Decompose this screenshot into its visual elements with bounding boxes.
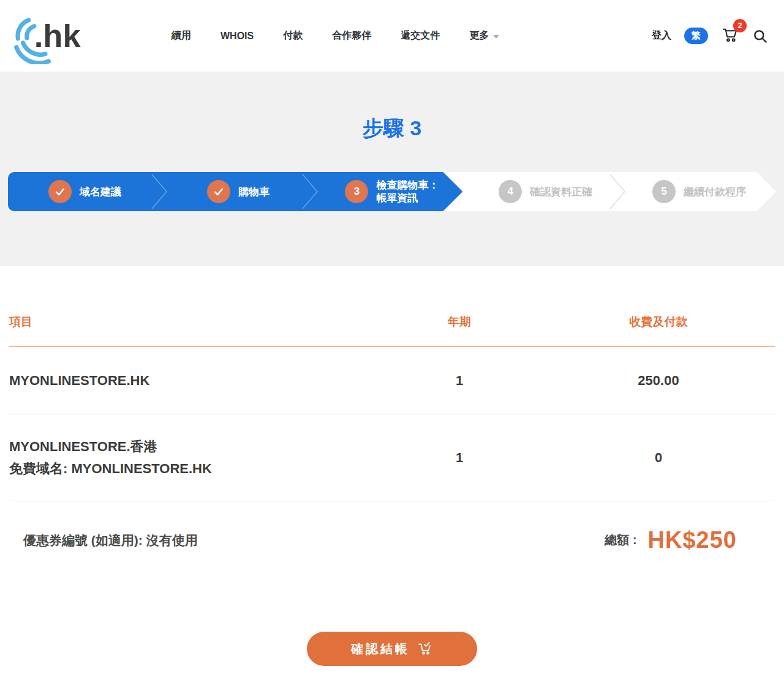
progress-stepper: 域名建議 檢查購物車： 帳單資訊 購物車 3 檢查購物車： 帳單資訊 4 確認資…	[8, 172, 776, 211]
total-label: 總額 :	[605, 532, 636, 548]
total-value: HK$250	[648, 527, 737, 553]
row-years: 1	[377, 450, 542, 466]
column-header-item: 項目	[9, 314, 377, 330]
cart-table: 項目 年期 收費及付款 MYONLINESTORE.HK 1 250.00 MY…	[0, 266, 784, 501]
coupon-note: 優惠券編號 (如適用): 沒有使用	[23, 532, 198, 549]
row-years: 1	[377, 373, 542, 389]
row-item-name: MYONLINESTORE.HK	[9, 370, 377, 392]
logo-arc	[27, 26, 34, 37]
nav-item-renewal[interactable]: 續用	[172, 29, 191, 42]
step-check-icon	[48, 180, 72, 203]
logo-text: .hk	[34, 18, 81, 54]
search-icon	[752, 28, 768, 44]
step-item-proceed-payment: 5 繼續付款程序	[622, 172, 776, 211]
step-check-icon	[207, 180, 230, 203]
nav-item-payment[interactable]: 付款	[283, 29, 303, 42]
nav-item-submit-documents[interactable]: 遞交文件	[401, 29, 440, 42]
column-header-years: 年期	[377, 314, 542, 330]
step-label: 確認資料正確	[530, 185, 592, 198]
header-actions: 登入 繁 2	[652, 26, 768, 47]
table-header-row: 項目 年期 收費及付款	[9, 314, 775, 347]
step-label: 購物車	[238, 185, 270, 198]
language-toggle[interactable]: 繁	[684, 28, 708, 44]
site-header: .hk 續用 WHOIS 付款 合作夥伴 遞交文件 更多 登入 繁 2	[0, 0, 784, 72]
row-item-name: MYONLINESTORE.香港 免費域名: MYONLINESTORE.HK	[9, 436, 377, 480]
column-header-fees: 收費及付款	[542, 314, 775, 330]
nav-item-whois[interactable]: WHOIS	[221, 31, 254, 42]
step-label: 檢查購物車： 帳單資訊	[376, 179, 439, 204]
table-row: MYONLINESTORE.HK 1 250.00	[9, 347, 775, 414]
step-label: 域名建議	[80, 185, 121, 198]
page-title: 步驟 3	[0, 116, 784, 140]
row-fee: 0	[542, 450, 775, 466]
nav-item-partners[interactable]: 合作夥伴	[332, 29, 371, 42]
step-item-review-cart: 3 檢查購物車： 帳單資訊	[315, 172, 469, 211]
step-number: 4	[499, 180, 522, 203]
step-section: 步驟 3 域名建議 檢查購物車： 帳單資訊	[0, 72, 784, 266]
step-item-shopping-cart[interactable]: 檢查購物車： 帳單資訊 購物車	[162, 172, 315, 211]
row-fee: 250.00	[542, 373, 775, 389]
step-number: 3	[345, 180, 368, 203]
dothk-logo[interactable]: .hk	[9, 10, 81, 64]
confirm-checkout-label: 確認結帳	[351, 641, 410, 657]
table-row: MYONLINESTORE.香港 免費域名: MYONLINESTORE.HK …	[9, 414, 775, 501]
login-link[interactable]: 登入	[652, 29, 671, 42]
summary-row: 優惠券編號 (如適用): 沒有使用 總額 : HK$250	[0, 501, 784, 553]
footer-actions: 確認結帳	[0, 632, 784, 666]
step-item-domain-suggestion[interactable]: 域名建議	[8, 172, 162, 211]
step-number: 5	[652, 180, 676, 203]
search-button[interactable]	[752, 28, 768, 44]
step-label: 繼續付款程序	[684, 185, 746, 198]
nav-item-more[interactable]: 更多	[469, 29, 499, 42]
caret-down-icon	[493, 35, 499, 39]
step-item-confirm-info: 4 確認資料正確	[469, 172, 622, 211]
confirm-checkout-button[interactable]: 確認結帳	[307, 632, 477, 666]
main-nav: 續用 WHOIS 付款 合作夥伴 遞交文件 更多	[172, 29, 499, 42]
steps-row: 域名建議 檢查購物車： 帳單資訊 購物車 3 檢查購物車： 帳單資訊 4 確認資…	[8, 172, 776, 211]
cart-badge: 2	[733, 19, 747, 32]
total: 總額 : HK$250	[605, 527, 775, 553]
cart-button[interactable]: 2	[721, 26, 739, 47]
cart-check-icon	[417, 641, 433, 657]
